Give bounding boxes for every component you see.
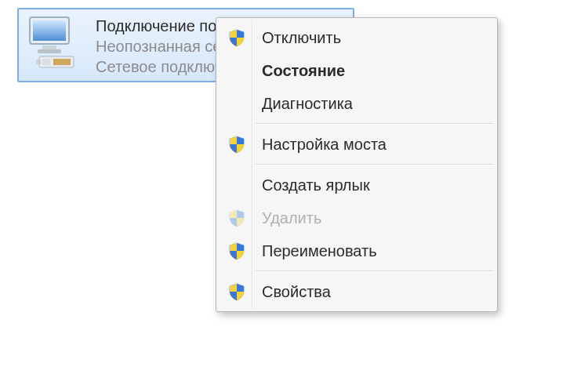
network-adapter-icon	[25, 14, 96, 76]
blank-icon	[223, 56, 251, 85]
menu-item-label: Состояние	[251, 62, 345, 80]
svg-rect-5	[42, 59, 50, 65]
blank-icon	[223, 89, 251, 118]
screenshot-root: Подключение по локальной сети Неопознанн…	[0, 0, 588, 392]
menu-item[interactable]: Настройка моста	[219, 128, 495, 161]
uac-shield-icon	[223, 237, 251, 265]
svg-rect-1	[33, 20, 66, 41]
blank-icon	[223, 171, 251, 199]
menu-separator	[255, 123, 493, 125]
menu-separator	[255, 164, 493, 165]
uac-shield-icon	[223, 130, 251, 158]
menu-item-label: Диагностика	[251, 95, 353, 113]
menu-item[interactable]: Диагностика	[219, 87, 495, 120]
menu-item-label: Настройка моста	[251, 136, 387, 154]
uac-shield-icon	[223, 24, 251, 52]
menu-item-label: Переименовать	[251, 242, 377, 260]
menu-item[interactable]: Состояние	[219, 54, 495, 87]
uac-shield-icon	[223, 204, 251, 232]
menu-item: Удалить	[219, 201, 495, 234]
menu-item[interactable]: Переименовать	[219, 234, 495, 267]
menu-item[interactable]: Отключить	[219, 21, 495, 54]
menu-item-label: Удалить	[251, 209, 321, 227]
menu-item-label: Отключить	[251, 29, 341, 47]
menu-item-label: Свойства	[251, 283, 331, 301]
uac-shield-icon	[223, 278, 251, 306]
menu-separator	[255, 270, 493, 272]
context-menu: ОтключитьСостояниеДиагностикаНастройка м…	[216, 17, 498, 312]
svg-rect-2	[42, 45, 56, 49]
menu-gutter	[252, 21, 253, 308]
svg-rect-7	[36, 60, 41, 64]
menu-item-label: Создать ярлык	[251, 176, 370, 194]
svg-rect-6	[53, 59, 71, 65]
menu-item[interactable]: Создать ярлык	[219, 169, 495, 201]
menu-item[interactable]: Свойства	[219, 275, 495, 308]
